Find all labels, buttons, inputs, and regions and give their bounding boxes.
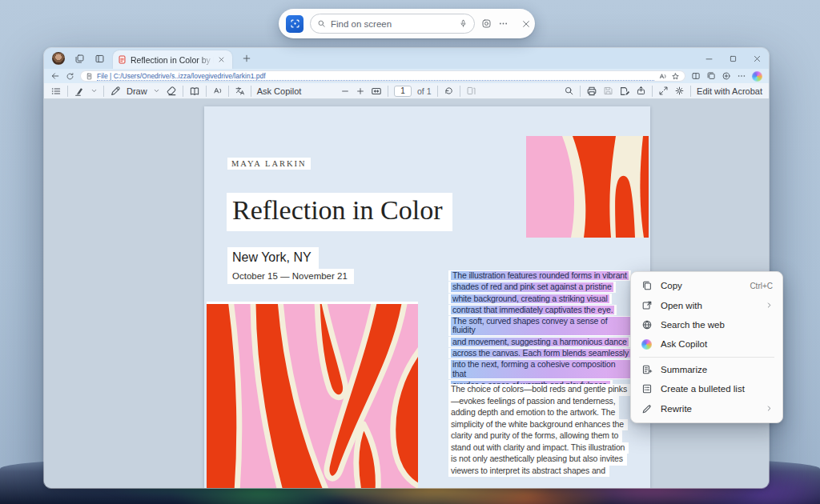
zoom-out-icon[interactable]: [340, 86, 350, 96]
favorites-star-icon[interactable]: [671, 72, 680, 81]
browser-essentials-icon[interactable]: [722, 71, 731, 81]
highlighted-paragraph: The illustration features rounded forms …: [448, 270, 634, 391]
divider: [460, 86, 460, 97]
text-line: The choice of colors—bold reds and gentl…: [448, 384, 631, 396]
artwork-bottom-left: [207, 302, 418, 488]
highlighted-line[interactable]: contrast that immediately captivates the…: [448, 305, 617, 315]
page-number-input[interactable]: 1: [394, 86, 412, 97]
rewrite-icon: [641, 403, 653, 414]
workspaces-icon[interactable]: [74, 54, 85, 64]
highlighted-line[interactable]: across the canvas. Each form blends seam…: [448, 348, 633, 358]
screen-capture-icon[interactable]: [286, 15, 303, 33]
artist-name: MAYA LARKIN: [227, 158, 311, 170]
more-options-icon[interactable]: [498, 18, 508, 29]
document-title: Reflection in Color: [227, 193, 452, 231]
text-line: is not only aesthetically pleasing but a…: [448, 454, 627, 466]
menu-item-search-web[interactable]: Search the web: [634, 315, 779, 334]
copilot-icon[interactable]: [752, 71, 762, 82]
close-find-icon[interactable]: [521, 19, 531, 29]
divider: [228, 86, 229, 97]
new-tab-icon[interactable]: [242, 54, 251, 63]
highlighter-icon[interactable]: [74, 86, 85, 97]
context-menu: Copy Ctrl+C Open with Search the web Ask…: [630, 271, 783, 423]
split-screen-icon[interactable]: [691, 71, 701, 81]
table-of-contents-icon[interactable]: [50, 86, 62, 97]
read-aloud-icon[interactable]: [658, 72, 667, 81]
window-controls: [697, 48, 769, 69]
maximize-button[interactable]: [721, 48, 745, 69]
highlighted-line[interactable]: The illustration features rounded forms …: [448, 270, 631, 281]
draw-chevron-icon[interactable]: [153, 87, 160, 94]
text-line: clarity and purity of the forms, allowin…: [448, 430, 622, 442]
rotate-icon[interactable]: [444, 86, 454, 96]
fullscreen-icon[interactable]: [658, 86, 669, 96]
address-toolbar: File | C:/Users/Onedrive/s..izza/lovegiv…: [44, 69, 769, 83]
menu-item-ask-copilot[interactable]: Ask Copilot: [634, 334, 779, 354]
menu-item-rewrite[interactable]: Rewrite: [634, 398, 779, 418]
divider: [206, 86, 207, 97]
text-line: viewers to interpret its abstract shapes…: [448, 466, 609, 478]
tab-close-icon[interactable]: [218, 56, 225, 63]
highlighted-line[interactable]: and movement, suggesting a harmonious da…: [448, 337, 631, 347]
copilot-icon: [641, 339, 653, 350]
save-icon[interactable]: [603, 86, 613, 96]
print-icon[interactable]: [586, 86, 597, 97]
highlighter-chevron-icon[interactable]: [90, 87, 98, 94]
pdf-settings-gear-icon[interactable]: [674, 86, 685, 96]
exhibition-location: New York, NY: [227, 247, 319, 269]
text-line: —evokes feelings of passion and tenderne…: [448, 396, 619, 408]
draw-pen-icon[interactable]: [110, 86, 121, 97]
zoom-in-icon[interactable]: [356, 86, 365, 96]
ask-copilot-button[interactable]: Ask Copilot: [257, 86, 302, 96]
text-line: stand out with clarity and impact. This …: [448, 442, 629, 454]
find-input[interactable]: [331, 19, 454, 29]
divider: [251, 86, 251, 97]
divider: [437, 86, 438, 97]
address-bar[interactable]: File | C:/Users/Onedrive/s..izza/lovegiv…: [80, 70, 685, 82]
fit-to-width-icon[interactable]: [371, 86, 382, 97]
page-view-icon[interactable]: [189, 86, 200, 97]
globe-icon: [641, 319, 653, 330]
desktop: Reflection in Color by Maya Larki File |…: [0, 0, 820, 504]
find-search-box[interactable]: [310, 14, 475, 34]
share-icon[interactable]: [636, 86, 646, 96]
menu-item-bulleted-list[interactable]: Create a bulleted list: [634, 379, 779, 398]
highlighted-line[interactable]: The soft, curved shapes convey a sense o…: [448, 316, 634, 336]
collections-icon[interactable]: [706, 71, 716, 81]
url-text: File | C:/Users/Onedrive/s..izza/lovegiv…: [97, 72, 654, 81]
divider: [580, 86, 581, 97]
refresh-icon[interactable]: [66, 72, 74, 81]
translate-icon[interactable]: [235, 86, 245, 96]
visual-search-icon[interactable]: [481, 18, 492, 29]
profile-avatar[interactable]: [52, 52, 65, 65]
highlighted-line[interactable]: white background, creating a striking vi…: [448, 294, 612, 304]
edit-with-acrobat-button[interactable]: Edit with Acrobat: [697, 86, 762, 96]
minimize-button[interactable]: [697, 48, 721, 69]
menu-item-open-with[interactable]: Open with: [634, 295, 779, 314]
divider: [388, 86, 388, 97]
menu-item-copy[interactable]: Copy Ctrl+C: [634, 276, 779, 295]
eraser-icon[interactable]: [166, 86, 177, 97]
artwork-top-right: [526, 136, 649, 238]
search-document-icon[interactable]: [564, 86, 574, 96]
exhibition-dates: October 15 — November 21: [227, 269, 354, 284]
summarize-icon: [641, 364, 653, 375]
menu-item-summarize[interactable]: Summarize: [634, 360, 779, 379]
highlighted-line[interactable]: into the next, forming a cohesive compos…: [448, 359, 634, 379]
divider: [67, 86, 68, 97]
tab-reflection-in-color[interactable]: Reflection in Color by Maya Larki: [113, 50, 232, 69]
back-icon[interactable]: [50, 71, 60, 81]
microphone-icon[interactable]: [459, 19, 468, 28]
save-as-icon[interactable]: [619, 86, 630, 97]
draw-label[interactable]: Draw: [127, 86, 147, 96]
read-aloud-icon[interactable]: [212, 86, 223, 96]
text-line: adding depth and emotion to the artwork.…: [448, 407, 619, 419]
pdf-file-icon: [118, 54, 127, 65]
tab-actions-icon[interactable]: [94, 54, 105, 64]
page-thumbnails-icon[interactable]: [466, 86, 476, 96]
pdf-toolbar: Draw Ask Copilot 1 of 1: [44, 83, 769, 99]
highlighted-line[interactable]: shades of red and pink set against a pri…: [448, 282, 616, 292]
body-paragraph: The choice of colors—bold reds and gentl…: [448, 384, 634, 477]
settings-and-more-icon[interactable]: [737, 71, 746, 81]
close-button[interactable]: [745, 48, 769, 69]
